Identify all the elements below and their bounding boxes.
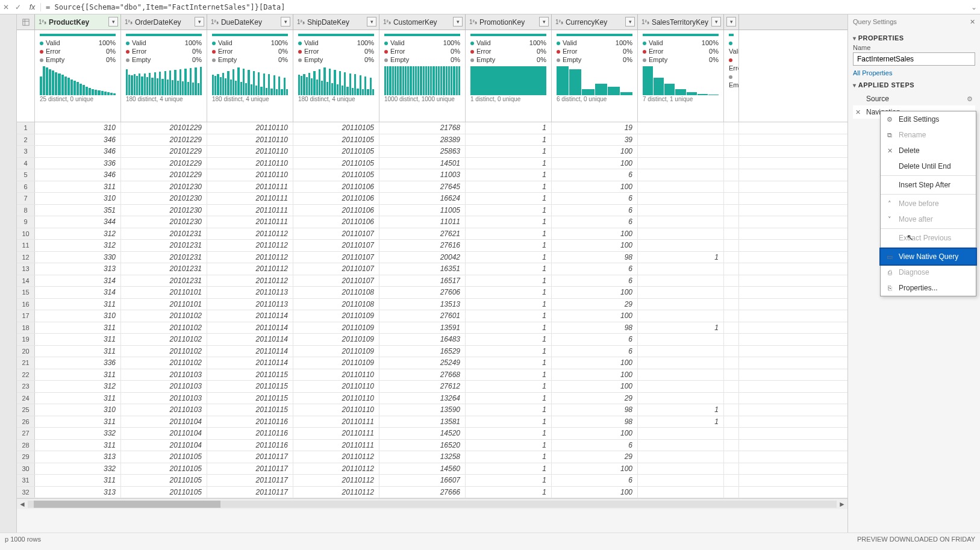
cell[interactable]: 20110114: [207, 310, 293, 322]
table-row[interactable]: 143142010123120110112201101071651716: [17, 275, 847, 287]
cell[interactable]: [724, 428, 739, 439]
cell[interactable]: 100: [552, 487, 638, 498]
cell[interactable]: 20110114: [207, 346, 293, 357]
cell[interactable]: 20042: [379, 252, 466, 263]
queries-collapsed-strip[interactable]: [0, 14, 17, 533]
table-row[interactable]: 83512010123020110111201101061100516: [17, 205, 847, 217]
cell[interactable]: 14560: [379, 463, 466, 475]
cell[interactable]: [638, 334, 724, 345]
cell[interactable]: [638, 369, 724, 381]
cell[interactable]: 1: [466, 252, 552, 263]
properties-section-title[interactable]: PROPERTIES: [853, 34, 975, 42]
cell[interactable]: 1: [466, 440, 552, 451]
row-number[interactable]: 4: [17, 158, 35, 169]
cell[interactable]: 20110102: [121, 310, 207, 322]
cell[interactable]: 346: [35, 169, 121, 181]
cell[interactable]: 20110110: [207, 158, 293, 169]
cell[interactable]: 13258: [379, 451, 466, 463]
cell[interactable]: 20110105: [121, 463, 207, 475]
cell[interactable]: 1: [466, 393, 552, 404]
cell[interactable]: 6: [552, 193, 638, 204]
table-row[interactable]: 15314201101012011011320110108276061100: [17, 287, 847, 299]
cell[interactable]: 98: [552, 252, 638, 263]
cell[interactable]: 20110112: [207, 263, 293, 275]
cell[interactable]: 20110117: [207, 463, 293, 475]
cell[interactable]: 20110102: [121, 322, 207, 334]
formula-input[interactable]: [41, 1, 968, 14]
cell[interactable]: [724, 263, 739, 275]
context-menu-item[interactable]: ▭View Native Query: [881, 249, 976, 264]
row-number[interactable]: 22: [17, 369, 35, 381]
cell[interactable]: 20110102: [121, 334, 207, 345]
cell[interactable]: 16517: [379, 275, 466, 287]
cell[interactable]: 313: [35, 487, 121, 498]
table-row[interactable]: 283112011010420110116201101111652016: [17, 440, 847, 452]
cell[interactable]: 20110109: [293, 322, 379, 334]
cell[interactable]: 20101231: [121, 275, 207, 287]
cell[interactable]: [724, 463, 739, 475]
cell[interactable]: 311: [35, 299, 121, 310]
context-menu-item[interactable]: ⎘Properties...: [881, 280, 976, 296]
cell[interactable]: 20110107: [293, 275, 379, 287]
cell[interactable]: 11003: [379, 169, 466, 181]
cell[interactable]: 20110105: [121, 475, 207, 486]
row-number[interactable]: 10: [17, 228, 35, 240]
row-number[interactable]: 26: [17, 416, 35, 428]
table-row[interactable]: 22311201101032011011520110110276681100: [17, 369, 847, 381]
cell[interactable]: [724, 310, 739, 322]
row-number[interactable]: 2: [17, 134, 35, 146]
cell[interactable]: [638, 393, 724, 404]
cell[interactable]: 13591: [379, 322, 466, 334]
cell[interactable]: 20110111: [207, 216, 293, 228]
cell[interactable]: 20110116: [207, 416, 293, 428]
column-header[interactable]: 1²₃ SalesTerritoryKey ▾: [638, 14, 724, 30]
column-header[interactable]: 1²₃ DueDateKey ▾: [207, 14, 293, 30]
cell[interactable]: 100: [552, 287, 638, 298]
cell[interactable]: 20110104: [121, 416, 207, 428]
cell[interactable]: 1: [466, 181, 552, 193]
cell[interactable]: [638, 287, 724, 298]
cell[interactable]: 20101229: [121, 134, 207, 146]
table-row[interactable]: 313112011010520110117201101121660716: [17, 475, 847, 487]
row-number[interactable]: 17: [17, 310, 35, 322]
cell[interactable]: 1: [466, 122, 552, 134]
cell[interactable]: 20110111: [207, 205, 293, 216]
cell[interactable]: [638, 428, 724, 439]
cell[interactable]: 20110106: [293, 193, 379, 204]
cell[interactable]: 1: [466, 275, 552, 287]
cell[interactable]: 20101231: [121, 263, 207, 275]
cell[interactable]: 1: [466, 416, 552, 428]
cell[interactable]: 1: [466, 346, 552, 357]
cell[interactable]: 6: [552, 205, 638, 216]
cell[interactable]: [638, 228, 724, 240]
query-name-input[interactable]: [853, 52, 975, 66]
cell[interactable]: [638, 122, 724, 134]
cell[interactable]: 100: [552, 369, 638, 381]
cell[interactable]: 20101231: [121, 252, 207, 263]
cell[interactable]: 1: [466, 216, 552, 228]
cell[interactable]: 6: [552, 169, 638, 181]
table-row[interactable]: 17310201101022011011420110109276011100: [17, 310, 847, 322]
table-row[interactable]: 26311201101042011011620110111135811981: [17, 416, 847, 428]
cell[interactable]: 20110101: [121, 299, 207, 310]
cell[interactable]: 20110108: [293, 287, 379, 298]
cell[interactable]: 13264: [379, 393, 466, 404]
row-number[interactable]: 5: [17, 169, 35, 181]
table-row[interactable]: 32313201101052011011720110112276661100: [17, 487, 847, 499]
cell[interactable]: 20110110: [293, 393, 379, 404]
cell[interactable]: 11005: [379, 205, 466, 216]
cell[interactable]: 1: [466, 428, 552, 439]
cell[interactable]: [724, 158, 739, 169]
row-number[interactable]: 1: [17, 122, 35, 134]
cell[interactable]: 98: [552, 404, 638, 416]
cell[interactable]: 27668: [379, 369, 466, 381]
cell[interactable]: [724, 440, 739, 451]
cell[interactable]: 346: [35, 134, 121, 146]
cell[interactable]: [724, 287, 739, 298]
cell[interactable]: [638, 275, 724, 287]
cell[interactable]: 20110107: [293, 252, 379, 263]
cell[interactable]: 1: [466, 322, 552, 334]
horizontal-scrollbar[interactable]: ◄ ►: [17, 498, 847, 509]
cell[interactable]: 29: [552, 393, 638, 404]
cell[interactable]: 6: [552, 440, 638, 451]
